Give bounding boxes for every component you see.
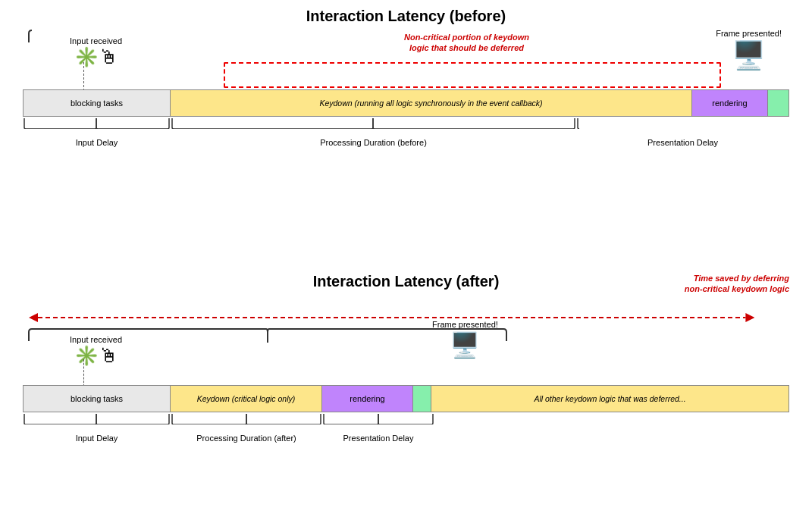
input-delay-brace-top: Input Delay <box>23 117 171 146</box>
top-monitor-icon: 🖥️ <box>716 39 782 71</box>
bottom-diagram: Interaction Latency (after) Time saved b… <box>23 273 789 515</box>
top-blocking-bar: blocking tasks <box>23 89 171 117</box>
processing-brace-top: Processing Duration (before) <box>171 117 576 146</box>
presentation-brace-top: Presentation Delay <box>576 117 789 146</box>
bottom-title: Interaction Latency (after) <box>23 273 789 290</box>
bottom-monitor-icon: 🖥️ <box>432 330 498 359</box>
red-dashed-arrow-row <box>30 312 783 323</box>
top-red-annotation: Non-critical portion of keydown logic th… <box>265 32 668 54</box>
main-container: Interaction Latency (before) Input recei… <box>0 0 812 523</box>
burst-cursor-bottom: ✳️🖱 <box>70 346 122 365</box>
bottom-blocking-bar: blocking tasks <box>23 385 171 412</box>
presentation-brace-bottom: Presentation Delay <box>322 412 434 441</box>
bottom-rendering-bar: rendering <box>322 385 413 412</box>
time-saved-annotation: Time saved by deferring non-critical key… <box>685 273 789 295</box>
bottom-green-bar <box>413 385 431 412</box>
top-red-dashed-box <box>224 62 721 88</box>
top-input-received: Input received ✳️🖱 <box>70 36 122 67</box>
top-bottom-labels: Input Delay Processing Duration (before)… <box>23 117 789 147</box>
top-frame-presented: Frame presented! 🖥️ <box>716 29 782 71</box>
bottom-input-received: Input received ✳️🖱 <box>70 335 122 365</box>
input-delay-brace-bottom: Input Delay <box>23 412 171 441</box>
top-rendering-bar: rendering <box>692 89 768 117</box>
burst-cursor-top: ✳️🖱 <box>70 47 122 67</box>
bottom-keydown-bar: Keydown (critical logic only) <box>171 385 322 412</box>
top-title: Interaction Latency (before) <box>23 8 789 25</box>
top-keydown-bar: Keydown (running all logic synchronously… <box>171 89 692 117</box>
bottom-dotted-line <box>83 359 84 387</box>
top-dotted-line <box>83 62 84 91</box>
bottom-bottom-labels: Input Delay Processing Duration (after) … <box>23 412 789 443</box>
top-green-bar <box>768 89 789 117</box>
bottom-bars-row: blocking tasks Keydown (critical logic o… <box>23 385 789 412</box>
processing-brace-bottom: Processing Duration (after) <box>171 412 322 441</box>
top-bars-row: blocking tasks Keydown (running all logi… <box>23 89 789 117</box>
bottom-frame-presented: Frame presented! 🖥️ <box>432 320 498 359</box>
top-diagram: Interaction Latency (before) Input recei… <box>23 8 789 243</box>
bottom-deferred-bar: All other keydown logic that was deferre… <box>431 385 789 412</box>
